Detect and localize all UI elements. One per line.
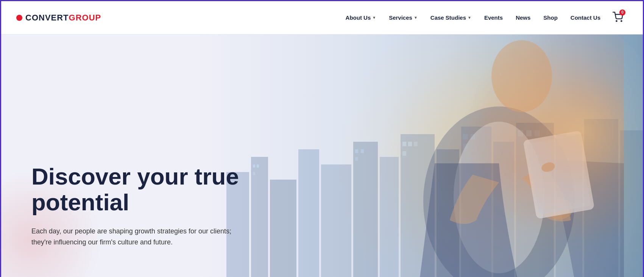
- svg-rect-22: [355, 157, 358, 161]
- logo[interactable]: CONVERTGROUP: [16, 13, 101, 23]
- hero-content: Discover your true potential Each day, o…: [31, 164, 266, 248]
- header: CONVERTGROUP About Us ▼ Services ▼ Case …: [1, 1, 643, 34]
- logo-group-text: GROUP: [69, 13, 101, 22]
- businessman-figure: [359, 34, 624, 277]
- nav-item-contact[interactable]: Contact Us: [565, 11, 606, 24]
- nav-item-about[interactable]: About Us ▼: [340, 11, 382, 24]
- nav-item-case-studies[interactable]: Case Studies ▼: [425, 11, 477, 24]
- main-nav: About Us ▼ Services ▼ Case Studies ▼ Eve…: [340, 9, 628, 27]
- nav-item-shop[interactable]: Shop: [538, 11, 563, 24]
- logo-convert-text: CONVERT: [25, 13, 69, 22]
- svg-rect-20: [355, 149, 358, 153]
- cart-button[interactable]: 0: [608, 9, 628, 27]
- logo-dot: [16, 15, 22, 21]
- svg-point-1: [621, 20, 622, 21]
- svg-rect-5: [298, 149, 319, 277]
- hero-title: Discover your true potential: [31, 164, 266, 215]
- nav-item-events[interactable]: Events: [479, 11, 508, 24]
- svg-point-0: [616, 20, 617, 21]
- hero-section: Discover your true potential Each day, o…: [1, 34, 643, 277]
- chevron-down-icon: ▼: [414, 16, 418, 20]
- hero-subtitle: Each day, our people are shaping growth …: [31, 226, 251, 248]
- svg-rect-40: [359, 34, 624, 277]
- cart-badge: 0: [619, 9, 625, 16]
- svg-rect-4: [270, 180, 296, 277]
- nav-item-services[interactable]: Services ▼: [384, 11, 423, 24]
- chevron-down-icon: ▼: [468, 16, 471, 20]
- nav-item-news[interactable]: News: [510, 11, 536, 24]
- svg-rect-6: [321, 164, 351, 277]
- chevron-down-icon: ▼: [372, 16, 376, 20]
